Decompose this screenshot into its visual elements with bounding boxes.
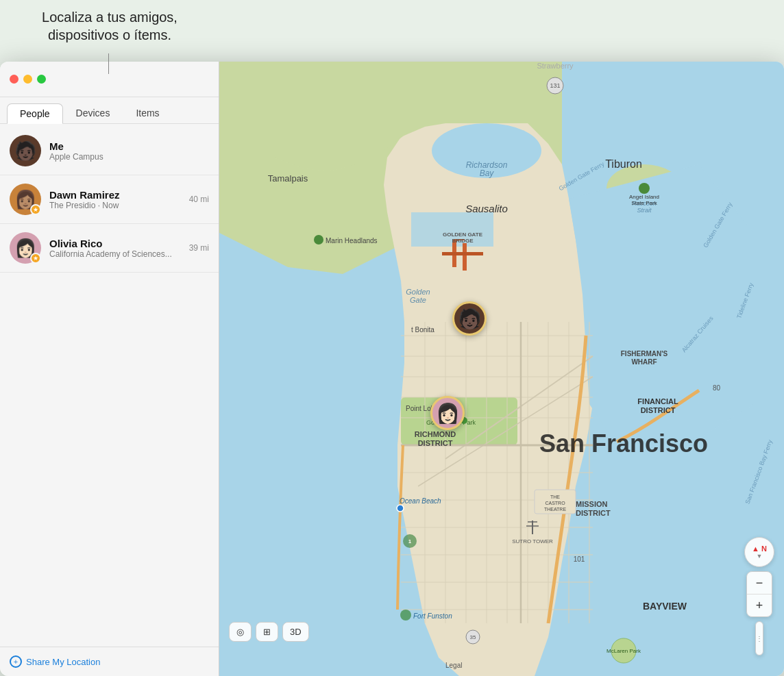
svg-text:DISTRICT: DISTRICT: [641, 406, 676, 414]
svg-text:DISTRICT: DISTRICT: [576, 509, 611, 517]
three-d-button[interactable]: 3D: [282, 622, 309, 642]
list-item-dawn[interactable]: 👩🏽 ★ Dawn Ramirez The Presidio · Now 40 …: [0, 175, 219, 224]
svg-text:Tiburon: Tiburon: [605, 158, 642, 170]
map-pin-dawn[interactable]: 👩🏻: [430, 396, 465, 430]
svg-text:San Francisco: San Francisco: [539, 429, 708, 458]
svg-text:DISTRICT: DISTRICT: [418, 439, 453, 447]
svg-text:Golden: Golden: [406, 288, 430, 296]
close-button[interactable]: [10, 75, 19, 84]
compass-s: ▼: [757, 553, 763, 560]
tooltip-line: [108, 53, 109, 74]
slider-handle[interactable]: ⋮: [755, 621, 763, 655]
compass-n: ▲ N: [752, 544, 767, 553]
svg-point-69: [400, 610, 411, 621]
person-info-me: Me Apple Campus: [49, 140, 209, 162]
svg-text:MISSION: MISSION: [576, 500, 608, 508]
svg-text:RICHMOND: RICHMOND: [415, 430, 456, 438]
map-style-button[interactable]: ⊞: [256, 622, 278, 642]
svg-text:BAYVIEW: BAYVIEW: [643, 601, 687, 612]
badge-dawn: ★: [30, 204, 41, 215]
svg-point-68: [397, 505, 404, 512]
tooltip-area: Localiza a tus amigos, dispositivos o ít…: [0, 0, 219, 49]
tab-people[interactable]: People: [7, 103, 63, 124]
tooltip-line1: Localiza a tus amigos,: [42, 10, 177, 25]
map-area: 101 80 1 35 131 GOLDEN GATE BRIDGE: [219, 62, 784, 676]
svg-text:Marin Headlands: Marin Headlands: [326, 237, 378, 245]
person-distance-olivia: 39 mi: [189, 243, 209, 253]
avatar-me: 🧑🏿: [10, 135, 41, 166]
minimize-button[interactable]: [23, 75, 32, 84]
map-pin-me[interactable]: 🧑🏿: [452, 301, 487, 336]
svg-point-92: [314, 235, 323, 245]
svg-text:McLaren Park: McLaren Park: [607, 648, 641, 654]
legal-text: Legal: [445, 662, 462, 669]
svg-text:Ocean Beach: Ocean Beach: [400, 497, 441, 505]
svg-text:Strawberry: Strawberry: [537, 62, 574, 70]
svg-text:Sausalito: Sausalito: [465, 203, 508, 214]
svg-text:Angel Island: Angel Island: [629, 194, 659, 200]
person-info-dawn: Dawn Ramirez The Presidio · Now: [49, 189, 181, 210]
svg-text:CASTRO: CASTRO: [545, 501, 565, 505]
svg-text:101: 101: [574, 555, 585, 563]
svg-text:Bay: Bay: [480, 168, 495, 178]
svg-text:THEATRE: THEATRE: [544, 507, 566, 512]
svg-text:Fort Funston: Fort Funston: [413, 612, 452, 620]
avatar-wrap-dawn: 👩🏽 ★: [10, 184, 41, 215]
svg-rect-46: [442, 252, 483, 255]
main-window: People Devices Items 🧑🏿 Me Apple Campus …: [0, 62, 784, 676]
avatar-wrap-me: 🧑🏿: [10, 135, 41, 166]
traffic-lights: [10, 75, 46, 84]
svg-text:SUTRO TOWER: SUTRO TOWER: [512, 538, 553, 544]
tabs-bar: People Devices Items: [0, 97, 219, 124]
badge-olivia: ★: [30, 253, 41, 264]
person-location-olivia: California Academy of Sciences...: [49, 249, 181, 259]
title-bar: [0, 62, 219, 97]
map-pin-circle-me: 🧑🏿: [452, 301, 487, 336]
three-d-label: 3D: [290, 627, 302, 637]
svg-rect-43: [463, 243, 467, 271]
share-location-label: Share My Location: [26, 657, 100, 667]
compass-button[interactable]: ▲ N ▼: [744, 537, 774, 567]
list-item-olivia[interactable]: 👩🏻 ★ Olivia Rico California Academy of S…: [0, 224, 219, 273]
person-location-dawn: The Presidio · Now: [49, 201, 181, 210]
person-name-me: Me: [49, 140, 209, 152]
svg-text:80: 80: [713, 384, 721, 392]
map-legal[interactable]: Legal: [445, 662, 462, 669]
person-location-me: Apple Campus: [49, 152, 209, 162]
tooltip-text: Localiza a tus amigos, dispositivos o ít…: [14, 8, 206, 44]
svg-text:131: 131: [550, 82, 560, 89]
svg-text:t Bonita: t Bonita: [411, 326, 434, 334]
svg-text:FINANCIAL: FINANCIAL: [637, 397, 678, 405]
tooltip-line2: dispositivos o ítems.: [48, 27, 171, 42]
person-name-olivia: Olivia Rico: [49, 238, 181, 249]
share-location-button[interactable]: + Share My Location: [0, 647, 219, 676]
svg-point-87: [639, 183, 650, 194]
person-info-olivia: Olivia Rico California Academy of Scienc…: [49, 238, 181, 259]
svg-text:1: 1: [408, 538, 412, 544]
location-button[interactable]: ◎: [229, 622, 252, 642]
tab-items[interactable]: Items: [123, 103, 172, 123]
location-icon: ◎: [236, 627, 244, 637]
tab-devices[interactable]: Devices: [63, 103, 123, 123]
zoom-out-button[interactable]: −: [747, 572, 772, 594]
svg-text:FISHERMAN'S: FISHERMAN'S: [621, 350, 668, 358]
sidebar: People Devices Items 🧑🏿 Me Apple Campus …: [0, 62, 219, 676]
maximize-button[interactable]: [37, 75, 46, 84]
svg-text:GOLDEN GATE: GOLDEN GATE: [443, 231, 483, 238]
person-distance-dawn: 40 mi: [189, 195, 209, 204]
zoom-controls: − +: [746, 571, 772, 617]
avatar-wrap-olivia: 👩🏻 ★: [10, 232, 41, 264]
slider-icon: ⋮: [756, 635, 763, 642]
list-item-me[interactable]: 🧑🏿 Me Apple Campus: [0, 127, 219, 175]
svg-text:State Park: State Park: [631, 200, 657, 206]
person-name-dawn: Dawn Ramirez: [49, 189, 181, 201]
svg-text:35: 35: [470, 634, 476, 640]
map-svg: 101 80 1 35 131 GOLDEN GATE BRIDGE: [219, 62, 784, 676]
svg-text:THE: THE: [550, 495, 560, 499]
svg-text:WHARF: WHARF: [631, 358, 657, 366]
person-list: 🧑🏿 Me Apple Campus 👩🏽 ★ Dawn Ramirez The…: [0, 124, 219, 647]
svg-text:Gate: Gate: [410, 296, 426, 304]
share-icon: +: [10, 655, 22, 668]
svg-text:Strait: Strait: [637, 207, 652, 214]
zoom-in-button[interactable]: +: [747, 594, 772, 616]
